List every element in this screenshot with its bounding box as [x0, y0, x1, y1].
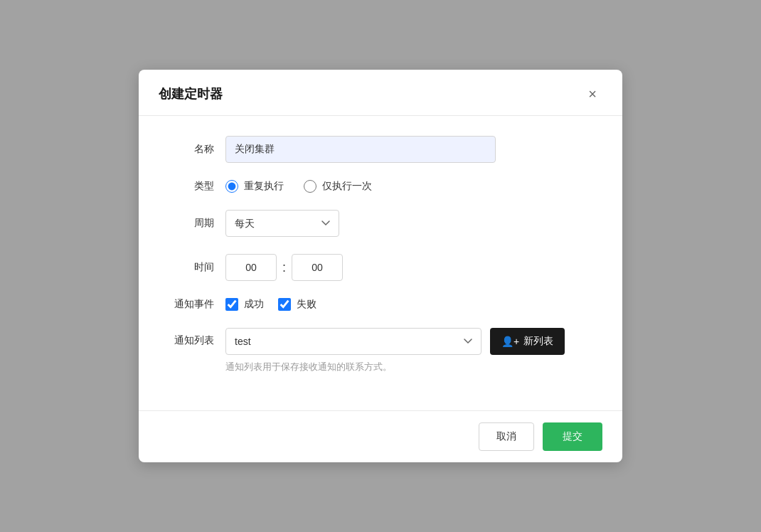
time-row: 时间 : — [161, 254, 600, 281]
type-label: 类型 — [161, 180, 225, 193]
create-timer-dialog: 创建定时器 × 名称 类型 重复执行 — [139, 70, 622, 462]
time-control: : — [225, 254, 600, 281]
notify-list-select[interactable]: test — [225, 328, 481, 355]
type-repeat-radio[interactable] — [225, 180, 238, 193]
type-repeat-option[interactable]: 重复执行 — [225, 180, 284, 193]
cancel-button[interactable]: 取消 — [479, 422, 534, 451]
success-checkbox[interactable] — [225, 298, 238, 311]
notify-list-control: test 👤+ 新列表 通知列表用于保存接收通知的联系方式。 — [225, 328, 600, 373]
notify-events-group: 成功 失败 — [225, 298, 600, 311]
time-group: : — [225, 254, 600, 281]
dialog-overlay: 创建定时器 × 名称 类型 重复执行 — [0, 0, 761, 532]
hour-input[interactable] — [225, 254, 277, 281]
name-row: 名称 — [161, 136, 600, 163]
dialog-header: 创建定时器 × — [139, 70, 622, 116]
notify-list-row: 通知列表 test 👤+ 新列表 通知列表用于保存接收通知的联系方式。 — [161, 328, 600, 373]
period-control: 每天 每周 每月 — [225, 210, 600, 237]
minute-input[interactable] — [292, 254, 343, 281]
success-label: 成功 — [244, 298, 264, 311]
type-once-radio[interactable] — [304, 180, 316, 193]
type-repeat-label: 重复执行 — [244, 180, 284, 193]
notify-list-hint: 通知列表用于保存接收通知的联系方式。 — [225, 361, 600, 373]
submit-button[interactable]: 提交 — [543, 422, 602, 451]
dialog-body: 名称 类型 重复执行 仅执行一次 — [139, 116, 622, 410]
name-control — [225, 136, 600, 163]
period-select[interactable]: 每天 每周 每月 — [225, 210, 339, 237]
name-input[interactable] — [225, 136, 496, 163]
notify-events-label: 通知事件 — [161, 298, 225, 311]
new-list-icon: 👤+ — [501, 336, 519, 347]
new-list-label: 新列表 — [523, 335, 553, 348]
failure-label: 失败 — [297, 298, 316, 311]
failure-checkbox[interactable] — [278, 298, 291, 311]
type-once-option[interactable]: 仅执行一次 — [304, 180, 372, 193]
notify-list-row-inner: test 👤+ 新列表 — [225, 328, 600, 355]
name-label: 名称 — [161, 143, 225, 156]
success-checkbox-item[interactable]: 成功 — [225, 298, 264, 311]
failure-checkbox-item[interactable]: 失败 — [278, 298, 316, 311]
period-label: 周期 — [161, 217, 225, 230]
type-row: 类型 重复执行 仅执行一次 — [161, 180, 600, 193]
new-list-button[interactable]: 👤+ 新列表 — [490, 328, 565, 355]
type-control: 重复执行 仅执行一次 — [225, 180, 600, 193]
dialog-title: 创建定时器 — [159, 85, 223, 102]
dialog-footer: 取消 提交 — [139, 410, 622, 462]
notify-events-control: 成功 失败 — [225, 298, 600, 311]
notify-events-row: 通知事件 成功 失败 — [161, 298, 600, 311]
type-once-label: 仅执行一次 — [322, 180, 372, 193]
time-separator: : — [282, 260, 286, 275]
period-row: 周期 每天 每周 每月 — [161, 210, 600, 237]
close-button[interactable]: × — [582, 84, 602, 104]
time-label: 时间 — [161, 261, 225, 274]
notify-list-label: 通知列表 — [161, 328, 225, 347]
